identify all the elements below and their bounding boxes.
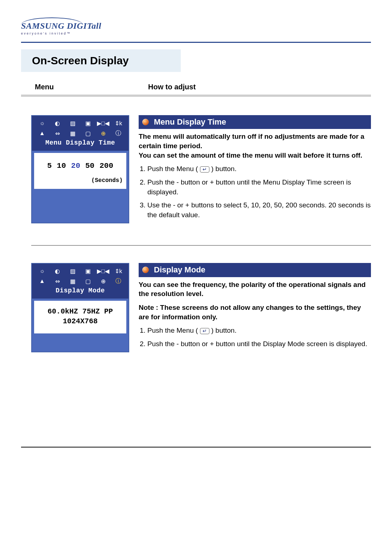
menu-button-icon: ↵ (200, 328, 209, 334)
instruction-steps: Push the Menu ( ↵ ) button. Push the - b… (139, 164, 371, 220)
size-icon: ▣ (81, 266, 95, 276)
section-heading-bar: Menu Display Time (139, 115, 371, 129)
time-value: 5 (47, 162, 52, 170)
time-value: 50 (85, 162, 94, 170)
section-intro: The menu will automatically turn off if … (139, 132, 371, 160)
section-display-mode: ☼ ◐ ▨ ▣ ▶□◀ ⇕k ▲ ⇔ ▦ ▢ ⊕ ⓘ Display Mode … (21, 263, 371, 352)
step-text-pre: Push the Menu ( (147, 165, 198, 173)
time-value-selected: 20 (71, 162, 80, 170)
step-item: Push the - button or + button until the … (147, 178, 371, 197)
header-double-rule (21, 96, 371, 98)
info-icon: ⓘ (111, 128, 126, 138)
section-intro: You can see the frequency, the polarity … (139, 280, 371, 299)
brightness-icon: ☼ (35, 118, 49, 128)
brand-logo: SAMSUNG DIGITall everyone's invited™ (21, 17, 371, 35)
section-divider (31, 245, 371, 246)
bullet-icon (142, 119, 149, 125)
section-heading: Menu Display Time (154, 117, 226, 126)
vposition-icon: ⇕k (111, 118, 126, 128)
osd-screenshot-menu-display-time: ☼ ◐ ▨ ▣ ▶□◀ ⇕k ▲ ⇔ ▦ ▢ ⊕ ⓘ Menu Display … (31, 115, 129, 223)
page-title-band: On-Screen Display (21, 49, 371, 72)
bullet-icon (142, 267, 149, 273)
col-header-how-to-adjust: How to adjust (126, 83, 196, 91)
osd-screenshot-display-mode: ☼ ◐ ▨ ▣ ▶□◀ ⇕k ▲ ⇔ ▦ ▢ ⊕ ⓘ Display Mode … (31, 263, 129, 352)
geometry-icon: ▲ (35, 276, 49, 286)
color-icon: ▦ (65, 276, 80, 286)
osd-title: Display Mode (35, 286, 126, 296)
brand-tagline: everyone's invited™ (21, 32, 371, 35)
page-title: On-Screen Display (21, 49, 181, 72)
top-rule (21, 42, 371, 43)
bottom-rule (21, 447, 371, 447)
instruction-steps: Push the Menu ( ↵ ) button. Push the - b… (139, 326, 371, 349)
time-value: 10 (57, 162, 66, 170)
osd-mode-line2: 1024X768 (38, 316, 123, 325)
section-note: Note : These screens do not allow any ch… (139, 303, 371, 321)
osd-unit-label: (Seconds) (38, 177, 123, 184)
degauss-icon: ⇔ (50, 128, 65, 138)
osd-icon-grid: ☼ ◐ ▨ ▣ ▶□◀ ⇕k ▲ ⇔ ▦ ▢ ⊕ ⓘ (35, 266, 126, 286)
size-icon: ▣ (81, 118, 95, 128)
section-heading: Display Mode (154, 265, 205, 274)
degauss-icon: ⇔ (50, 276, 65, 286)
info-icon: ⓘ (111, 276, 126, 286)
brightness-icon: ☼ (35, 266, 49, 276)
geometry-icon: ▲ (35, 128, 49, 138)
section-heading-bar: Display Mode (139, 263, 371, 277)
step-text-post: ) button. (211, 327, 237, 334)
language-icon: ▢ (81, 276, 95, 286)
time-value: 200 (99, 162, 113, 170)
contrast-icon: ◐ (50, 118, 65, 128)
column-headers: Menu How to adjust (21, 83, 371, 95)
contrast-icon: ◐ (50, 266, 65, 276)
osd-icon-grid: ☼ ◐ ▨ ▣ ▶□◀ ⇕k ▲ ⇔ ▦ ▢ ⊕ ⓘ (35, 118, 126, 138)
osd-title: Menu Display Time (35, 138, 126, 149)
step-item: Use the - or + buttons to select 5, 10, … (147, 200, 371, 220)
step-item: Push the Menu ( ↵ ) button. (147, 164, 371, 174)
trapezoid-icon: ▨ (65, 266, 80, 276)
col-header-menu: Menu (21, 83, 126, 91)
section-menu-display-time: ☼ ◐ ▨ ▣ ▶□◀ ⇕k ▲ ⇔ ▦ ▢ ⊕ ⓘ Menu Display … (21, 115, 371, 223)
color-icon: ▦ (65, 128, 80, 138)
menu-time-icon: ⊕ (96, 276, 110, 286)
vposition-icon: ⇕k (111, 266, 126, 276)
step-text-post: ) button. (211, 165, 237, 173)
menu-time-icon: ⊕ (96, 128, 110, 138)
osd-time-values: 5 10 20 50 200 (38, 157, 123, 170)
hposition-icon: ▶□◀ (96, 118, 110, 128)
step-item: Push the Menu ( ↵ ) button. (147, 326, 371, 336)
step-item: Push the - button or + button until the … (147, 339, 371, 349)
language-icon: ▢ (81, 128, 95, 138)
hposition-icon: ▶□◀ (96, 266, 110, 276)
trapezoid-icon: ▨ (65, 118, 80, 128)
step-text-pre: Push the Menu ( (147, 327, 198, 334)
osd-mode-line1: 60.0kHZ 75HZ PP (38, 304, 123, 316)
menu-button-icon: ↵ (200, 166, 209, 173)
